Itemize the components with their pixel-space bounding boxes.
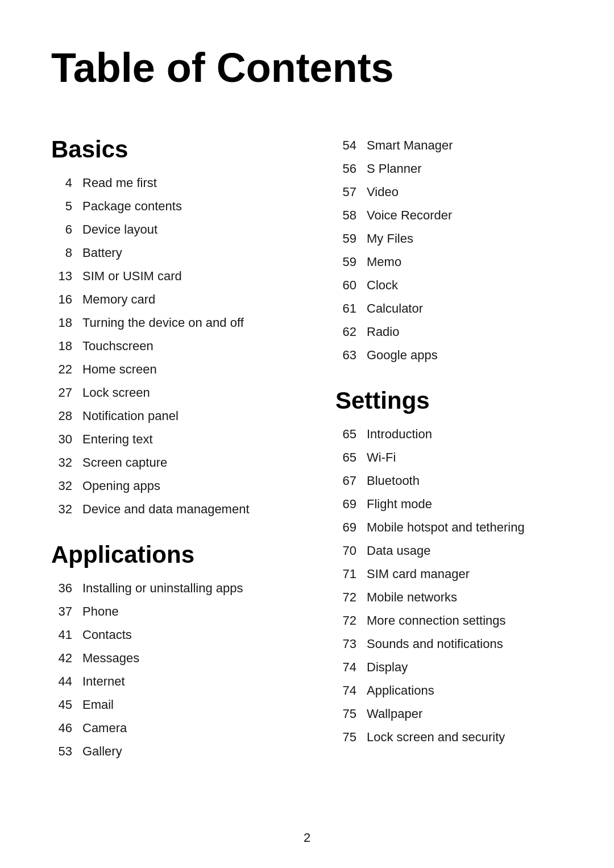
list-item: 75 Lock screen and security [335, 728, 563, 746]
toc-label: Introduction [367, 425, 432, 443]
toc-label: Wi-Fi [367, 448, 396, 467]
list-item: 69 Mobile hotspot and tethering [335, 518, 563, 537]
list-item: 72 Mobile networks [335, 588, 563, 607]
toc-label: Applications [367, 681, 434, 700]
page: Table of Contents Basics 4 Read me first… [0, 0, 614, 829]
toc-num: 44 [51, 672, 82, 691]
toc-num: 75 [335, 704, 367, 723]
toc-num: 16 [51, 290, 82, 309]
toc-num: 61 [335, 299, 367, 318]
list-item: 59 My Files [335, 229, 563, 248]
basics-heading: Basics [51, 136, 279, 163]
toc-num: 45 [51, 695, 82, 714]
toc-label: Sounds and notifications [367, 634, 503, 653]
toc-num: 6 [51, 220, 82, 239]
toc-num: 60 [335, 276, 367, 294]
toc-label: More connection settings [367, 611, 506, 630]
toc-num: 62 [335, 322, 367, 341]
list-item: 58 Voice Recorder [335, 206, 563, 225]
toc-label: Device and data management [82, 500, 250, 518]
settings-list: 65 Introduction 65 Wi-Fi 67 Bluetooth 69… [335, 425, 563, 746]
toc-num: 4 [51, 173, 82, 192]
toc-num: 59 [335, 252, 367, 271]
list-item: 32 Device and data management [51, 500, 279, 518]
toc-label: Mobile networks [367, 588, 457, 607]
toc-num: 73 [335, 634, 367, 653]
list-item: 18 Touchscreen [51, 337, 279, 355]
toc-num: 70 [335, 541, 367, 560]
list-item: 16 Memory card [51, 290, 279, 309]
applications-heading: Applications [51, 541, 279, 568]
main-title: Table of Contents [51, 45, 563, 90]
list-item: 63 Google apps [335, 346, 563, 364]
toc-num: 41 [51, 625, 82, 644]
toc-num: 22 [51, 360, 82, 379]
list-item: 32 Screen capture [51, 453, 279, 472]
toc-label: Calculator [367, 299, 423, 318]
toc-label: Touchscreen [82, 337, 154, 355]
toc-label: Clock [367, 276, 398, 294]
toc-num: 71 [335, 564, 367, 583]
toc-num: 8 [51, 243, 82, 262]
list-item: 46 Camera [51, 719, 279, 737]
toc-num: 32 [51, 453, 82, 472]
toc-num: 65 [335, 448, 367, 467]
toc-num: 27 [51, 383, 82, 402]
toc-label: My Files [367, 229, 413, 248]
toc-label: Smart Manager [367, 136, 453, 155]
toc-label: Memory card [82, 290, 155, 309]
toc-label: Voice Recorder [367, 206, 452, 225]
list-item: 69 Flight mode [335, 495, 563, 513]
list-item: 45 Email [51, 695, 279, 714]
toc-label: Display [367, 658, 408, 676]
list-item: 65 Wi-Fi [335, 448, 563, 467]
toc-num: 32 [51, 476, 82, 495]
toc-label: Contacts [82, 625, 132, 644]
toc-label: Camera [82, 719, 127, 737]
list-item: 4 Read me first [51, 173, 279, 192]
toc-num: 18 [51, 313, 82, 332]
toc-num: 65 [335, 425, 367, 443]
toc-num: 59 [335, 229, 367, 248]
toc-label: SIM card manager [367, 564, 470, 583]
toc-num: 32 [51, 500, 82, 518]
list-item: 27 Lock screen [51, 383, 279, 402]
toc-num: 53 [51, 742, 82, 761]
toc-label: SIM or USIM card [82, 267, 182, 285]
list-item: 54 Smart Manager [335, 136, 563, 155]
toc-num: 75 [335, 728, 367, 746]
toc-label: Package contents [82, 197, 182, 215]
toc-label: Read me first [82, 173, 157, 192]
list-item: 56 S Planner [335, 159, 563, 178]
toc-label: Video [367, 182, 399, 201]
list-item: 73 Sounds and notifications [335, 634, 563, 653]
list-item: 74 Applications [335, 681, 563, 700]
toc-num: 74 [335, 681, 367, 700]
list-item: 72 More connection settings [335, 611, 563, 630]
toc-num: 58 [335, 206, 367, 225]
toc-num: 72 [335, 588, 367, 607]
list-item: 30 Entering text [51, 430, 279, 448]
toc-num: 54 [335, 136, 367, 155]
list-item: 57 Video [335, 182, 563, 201]
toc-label: Screen capture [82, 453, 167, 472]
list-item: 75 Wallpaper [335, 704, 563, 723]
toc-label: Battery [82, 243, 122, 262]
toc-label: Home screen [82, 360, 157, 379]
list-item: 13 SIM or USIM card [51, 267, 279, 285]
toc-label: Bluetooth [367, 471, 420, 490]
toc-num: 37 [51, 602, 82, 621]
toc-label: Google apps [367, 346, 438, 364]
toc-label: S Planner [367, 159, 422, 178]
toc-label: Radio [367, 322, 399, 341]
toc-num: 5 [51, 197, 82, 215]
list-item: 65 Introduction [335, 425, 563, 443]
toc-num: 30 [51, 430, 82, 448]
toc-label: Phone [82, 602, 119, 621]
list-item: 32 Opening apps [51, 476, 279, 495]
toc-label: Memo [367, 252, 401, 271]
list-item: 60 Clock [335, 276, 563, 294]
toc-num: 63 [335, 346, 367, 364]
toc-num: 56 [335, 159, 367, 178]
list-item: 5 Package contents [51, 197, 279, 215]
